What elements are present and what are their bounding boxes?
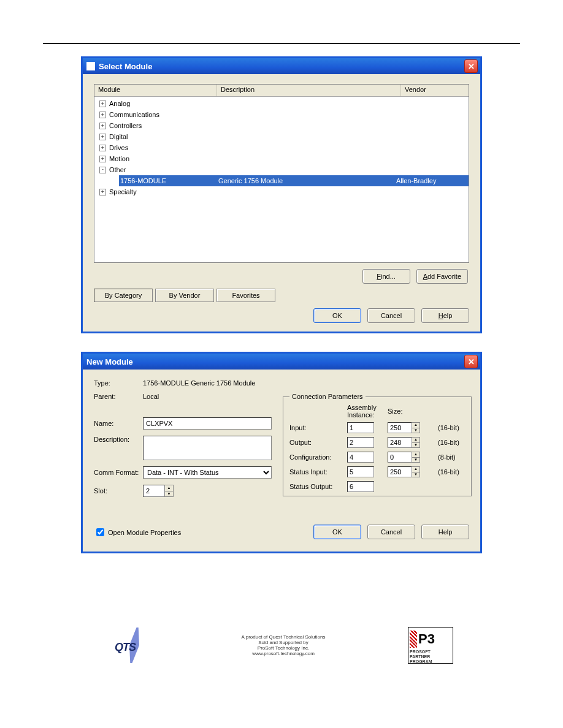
add-favorite-button[interactable]: Add Favorite [416, 269, 468, 284]
slot-input[interactable] [143, 485, 165, 497]
footer-text: A product of Quest Technical Solutions S… [242, 634, 326, 656]
tree-node-motion[interactable]: +Motion [94, 153, 469, 164]
tree-node-specialty[interactable]: +Specialty [94, 186, 469, 197]
tree-node-other[interactable]: -Other [94, 164, 469, 175]
spin-up-icon[interactable]: ▲ [165, 485, 173, 491]
label-input: Input: [289, 424, 342, 431]
help-button[interactable]: Help [421, 525, 469, 539]
ok-button[interactable]: OK [313, 308, 361, 323]
input-size-stepper[interactable]: ▲▼ [388, 422, 433, 433]
col-module[interactable]: Module [94, 85, 217, 96]
collapse-icon[interactable]: - [99, 167, 106, 173]
slot-stepper[interactable]: ▲▼ [143, 485, 174, 497]
input-instance-field[interactable] [347, 422, 374, 433]
module-list-panel: Module Description Vendor +Analog +Commu… [94, 84, 469, 263]
hdr-size: Size: [388, 408, 433, 415]
output-instance-field[interactable] [347, 437, 374, 448]
p3-logo: P3 PROSOFT PARTNER PROGRAM [408, 627, 453, 664]
value-type: 1756-MODULE Generic 1756 Module [143, 379, 255, 387]
label-status-input: Status Input: [289, 468, 342, 476]
label-parent: Parent: [94, 393, 143, 400]
expand-icon[interactable]: + [99, 145, 106, 151]
find-button[interactable]: Find... [362, 269, 410, 284]
output-unit: (16-bit) [438, 439, 465, 446]
label-type: Type: [94, 379, 143, 387]
qts-logo: QTS [110, 630, 159, 661]
tab-by-vendor[interactable]: By Vendor [155, 289, 214, 302]
status-input-unit: (16-bit) [438, 468, 465, 476]
label-status-output: Status Output: [289, 483, 342, 490]
close-icon[interactable]: ✕ [464, 355, 478, 368]
open-module-properties-input[interactable] [96, 528, 104, 536]
open-module-properties-checkbox[interactable]: Open Module Properties [94, 526, 181, 538]
config-unit: (8-bit) [438, 453, 465, 461]
status-output-instance-field[interactable] [347, 481, 374, 492]
label-output: Output: [289, 439, 342, 446]
label-description: Description: [94, 436, 143, 443]
label-configuration: Configuration: [289, 453, 342, 461]
cancel-button[interactable]: Cancel [367, 525, 415, 539]
value-parent: Local [143, 393, 159, 400]
comm-format-select[interactable]: Data - INT - With Status [143, 466, 272, 479]
tree-node-drives[interactable]: +Drives [94, 142, 469, 153]
help-button[interactable]: Help [421, 308, 469, 323]
config-size-stepper[interactable]: ▲▼ [388, 452, 433, 463]
tab-favorites[interactable]: Favorites [216, 289, 275, 302]
tree-leaf-1756-module[interactable]: 1756-MODULE Generic 1756 Module Allen-Br… [119, 175, 469, 186]
expand-icon[interactable]: + [99, 100, 106, 107]
expand-icon[interactable]: + [99, 134, 106, 140]
module-description: Generic 1756 Module [218, 177, 396, 184]
new-module-title: New Module [86, 357, 133, 366]
tab-by-category[interactable]: By Category [94, 289, 153, 302]
hdr-assembly-instance: Assembly Instance: [347, 404, 383, 419]
description-field[interactable] [143, 436, 272, 460]
tree-node-digital[interactable]: +Digital [94, 131, 469, 142]
label-slot: Slot: [94, 487, 143, 495]
new-module-dialog: New Module ✕ Type: 1756-MODULE Generic 1… [81, 352, 482, 553]
label-comm-format: Comm Format: [94, 469, 143, 476]
expand-icon[interactable]: + [99, 123, 106, 129]
page-footer: QTS A product of Quest Technical Solutio… [110, 627, 453, 664]
col-vendor[interactable]: Vendor [401, 85, 469, 96]
name-field[interactable] [143, 417, 272, 430]
connection-parameters-group: Connection Parameters Assembly Instance:… [283, 393, 472, 496]
dialog-icon [86, 62, 95, 70]
config-instance-field[interactable] [347, 452, 374, 463]
module-tree[interactable]: +Analog +Communications +Controllers +Di… [94, 97, 469, 199]
module-name: 1756-MODULE [119, 177, 218, 184]
close-icon[interactable]: ✕ [464, 59, 478, 73]
spin-down-icon[interactable]: ▼ [165, 491, 173, 497]
legend-conn-params: Connection Parameters [289, 393, 366, 400]
ok-button[interactable]: OK [313, 525, 361, 539]
expand-icon[interactable]: + [99, 156, 106, 162]
status-input-size-stepper[interactable]: ▲▼ [388, 466, 433, 477]
select-module-dialog: Select Module ✕ Module Description Vendo… [81, 56, 482, 333]
input-unit: (16-bit) [438, 424, 465, 431]
select-module-titlebar: Select Module ✕ [83, 58, 480, 74]
select-module-title: Select Module [99, 62, 152, 71]
expand-icon[interactable]: + [99, 189, 106, 195]
status-input-instance-field[interactable] [347, 466, 374, 477]
tree-node-controllers[interactable]: +Controllers [94, 120, 469, 131]
module-list-header: Module Description Vendor [94, 85, 469, 97]
tree-node-analog[interactable]: +Analog [94, 98, 469, 109]
new-module-titlebar: New Module ✕ [83, 354, 480, 370]
label-name: Name: [94, 420, 143, 427]
tree-node-communications[interactable]: +Communications [94, 109, 469, 120]
output-size-stepper[interactable]: ▲▼ [388, 437, 433, 448]
expand-icon[interactable]: + [99, 112, 106, 118]
col-description[interactable]: Description [217, 85, 401, 96]
cancel-button[interactable]: Cancel [367, 308, 415, 323]
module-vendor: Allen-Bradley [396, 177, 469, 184]
